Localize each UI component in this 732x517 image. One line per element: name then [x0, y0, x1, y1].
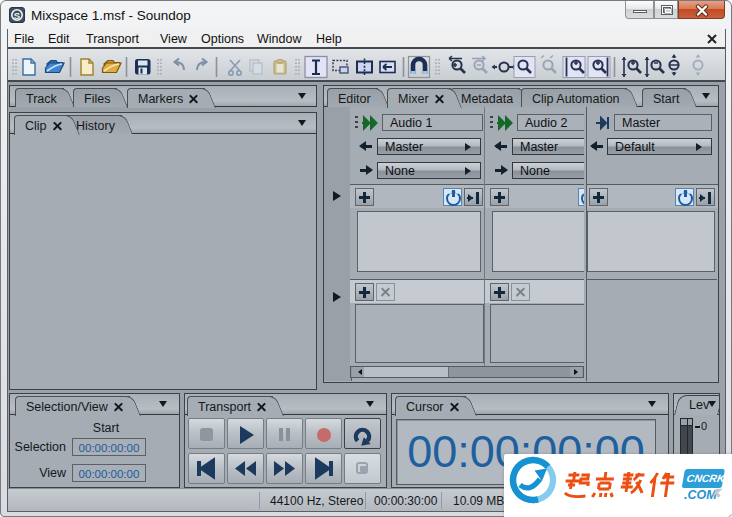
svg-text:.COM: .COM	[684, 488, 717, 502]
svg-text:CNCRK: CNCRK	[686, 473, 727, 485]
svg-text:S: S	[14, 10, 20, 21]
